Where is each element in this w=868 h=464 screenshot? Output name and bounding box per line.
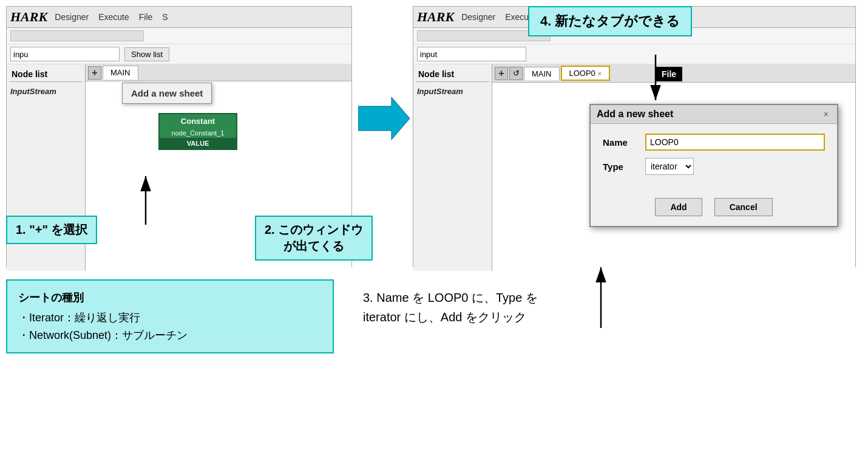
left-menu-designer[interactable]: Designer	[52, 11, 91, 23]
info-box-title: シートの種別	[18, 289, 322, 307]
left-menubar: HARK Designer Execute File S	[7, 7, 351, 28]
left-add-tab-button[interactable]: +	[88, 66, 101, 80]
step4-arrow	[625, 49, 674, 109]
left-show-list-button[interactable]: Show list	[124, 47, 169, 61]
step2-callout: 2. このウィンドウが出てくる	[255, 216, 373, 261]
constant-node-title: Constant	[160, 114, 236, 128]
right-node-list-panel: Node list InputStream	[413, 64, 492, 271]
left-node-item-inputstream: InputStream	[9, 84, 83, 98]
dialog-body: Name Type iterator network	[591, 124, 837, 192]
left-logo: HARK	[10, 9, 47, 25]
dialog-type-label: Type	[603, 162, 639, 172]
step1-label: 1. "+" を選択	[16, 223, 87, 236]
right-tab-main[interactable]: MAIN	[524, 67, 560, 80]
right-tab-loop-label: LOOP0	[569, 69, 595, 78]
dialog-add-button[interactable]: Add	[655, 198, 702, 216]
right-tab-loop-close[interactable]: ×	[598, 70, 602, 77]
left-toolbar	[7, 28, 351, 44]
dialog-name-input[interactable]	[645, 134, 825, 151]
step2-label: 2. このウィンドウが出てくる	[265, 223, 363, 253]
center-arrow	[358, 97, 410, 140]
left-node-list-title: Node list	[9, 67, 83, 82]
step1-callout: 1. "+" を選択	[6, 216, 97, 244]
right-refresh-button[interactable]: ↺	[509, 67, 523, 80]
info-box-item-1: ・Iterator：繰り返し実行	[18, 309, 322, 327]
dialog-type-row: Type iterator network	[603, 158, 825, 175]
right-logo: HARK	[417, 9, 454, 25]
dialog-name-row: Name	[603, 134, 825, 151]
step3-arrow	[577, 261, 625, 334]
right-search-input[interactable]	[417, 47, 526, 61]
right-menu-designer[interactable]: Designer	[459, 11, 498, 23]
right-panel: HARK Designer Execute File Save Node lis…	[413, 6, 856, 267]
add-sheet-dialog: Add a new sheet × Name Type iterator net…	[589, 104, 838, 227]
constant-node-port: VALUE	[160, 138, 236, 149]
dialog-type-select[interactable]: iterator network	[645, 158, 694, 175]
info-box: シートの種別 ・Iterator：繰り返し実行 ・Network(Subnet)…	[6, 279, 334, 353]
dialog-cancel-button[interactable]: Cancel	[714, 198, 773, 216]
step4-callout: 4. 新たなタブができる	[528, 6, 692, 36]
right-add-tab-button[interactable]: +	[495, 67, 508, 80]
info-box-item-2: ・Network(Subnet)：サブルーチン	[18, 327, 322, 344]
dialog-footer: Add Cancel	[591, 192, 837, 226]
dialog-name-label: Name	[603, 137, 639, 148]
svg-marker-0	[358, 97, 410, 140]
left-toolbar-spacer	[10, 30, 144, 41]
left-menu-file[interactable]: File	[137, 11, 155, 23]
left-add-sheet-popup: Add a new sheet	[122, 83, 212, 104]
dialog-title: Add a new sheet	[597, 109, 673, 120]
left-constant-node: Constant node_Constant_1 VALUE	[158, 113, 237, 150]
constant-node-subtitle: node_Constant_1	[160, 128, 236, 138]
step1-arrow	[109, 170, 182, 231]
dialog-type-select-wrap: iterator network	[645, 158, 694, 175]
left-menu-s[interactable]: S	[160, 11, 170, 23]
right-tab-loop[interactable]: LOOP0 ×	[561, 66, 611, 81]
right-node-list-title: Node list	[416, 67, 489, 82]
right-node-item-inputstream: InputStream	[416, 84, 489, 98]
left-tab-bar: + MAIN	[86, 64, 351, 81]
left-menu-execute[interactable]: Execute	[96, 11, 132, 23]
left-search-row: Show list	[7, 44, 351, 64]
left-search-input[interactable]	[10, 47, 120, 61]
instruction-text: 3. Name を LOOP0 に、Type をiterator にし、Add …	[363, 291, 538, 324]
left-tab-main[interactable]: MAIN	[103, 66, 138, 80]
dialog-close-button[interactable]: ×	[821, 109, 831, 119]
